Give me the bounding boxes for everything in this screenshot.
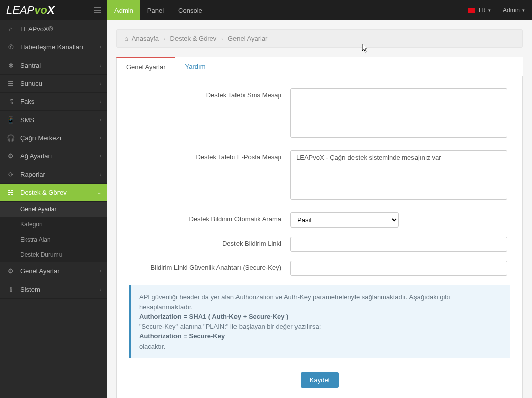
chevron-left-icon: ‹ xyxy=(100,172,101,177)
home-icon: ⌂ xyxy=(6,25,15,33)
sidebar-item-system[interactable]: ℹ Sistem ‹ xyxy=(0,280,107,299)
sidebar-item-leapvox[interactable]: ⌂ LEAPvoX® xyxy=(0,20,107,38)
sidebar-item-pbx[interactable]: ✱ Santral ‹ xyxy=(0,56,107,75)
sidebar-sub-status[interactable]: Destek Durumu xyxy=(0,247,107,262)
logo-area: LEAPvoX xyxy=(0,0,107,20)
topnav-console[interactable]: Console xyxy=(171,0,209,20)
breadcrumb: ⌂ Anasayfa › Destek & Görev › Genel Ayar… xyxy=(116,29,523,48)
sidebar-item-server[interactable]: ☰ Sunucu ‹ xyxy=(0,75,107,93)
topbar-right: TR ▾ Admin ▾ xyxy=(463,0,532,20)
fax-icon: 🖨 xyxy=(6,98,15,105)
chevron-down-icon: ▾ xyxy=(522,8,525,13)
chevron-left-icon: ‹ xyxy=(100,268,101,274)
actions: Kaydet xyxy=(129,367,510,393)
sidebar-item-settings[interactable]: ⚙ Genel Ayarlar ‹ xyxy=(0,262,107,280)
sidebar-item-label: Çağrı Merkezi xyxy=(20,134,61,142)
asterisk-icon: ✱ xyxy=(6,62,15,69)
sidebar-item-label: Faks xyxy=(20,98,34,105)
sidebar-sub-general[interactable]: Genel Ayarlar xyxy=(0,202,107,217)
network-icon: ⚙ xyxy=(6,152,15,160)
row-link: Destek Bildirim Linki xyxy=(129,237,510,252)
breadcrumb-home[interactable]: Anasayfa xyxy=(132,35,159,42)
user-menu[interactable]: Admin ▾ xyxy=(496,7,532,14)
user-name: Admin xyxy=(503,7,520,14)
input-email[interactable]: LEAPvoX - Çağrı destek sisteminde mesajı… xyxy=(290,150,507,200)
chevron-down-icon: ▾ xyxy=(488,8,491,13)
sidebar-item-label: Sistem xyxy=(20,286,40,293)
breadcrumb-section[interactable]: Destek & Görev xyxy=(170,35,217,42)
sidebar-submenu: Genel Ayarlar Kategori Ekstra Alan Deste… xyxy=(0,202,107,262)
tab-general[interactable]: Genel Ayarlar xyxy=(116,57,175,76)
sidebar-item-label: Haberleşme Kanalları xyxy=(20,43,83,51)
info-line-1: API güvenliği header da yer alan Authori… xyxy=(139,292,502,312)
settings-panel: Destek Talebi Sms Mesajı Destek Talebi E… xyxy=(116,76,523,398)
tasks-icon: ☵ xyxy=(6,189,15,196)
sidebar-item-label: SMS xyxy=(20,116,34,124)
phone-icon: ✆ xyxy=(6,43,15,51)
chevron-left-icon: ‹ xyxy=(100,81,101,86)
info-icon: ℹ xyxy=(6,286,15,293)
sidebar-sub-category[interactable]: Kategori xyxy=(0,217,107,232)
chevron-left-icon: ‹ xyxy=(100,287,101,292)
sidebar-item-label: Ağ Ayarları xyxy=(20,152,52,160)
sidebar-item-label: Santral xyxy=(20,62,41,69)
sidebar-item-channels[interactable]: ✆ Haberleşme Kanalları ‹ xyxy=(0,38,107,56)
info-box: API güvenliği header da yer alan Authori… xyxy=(129,285,510,358)
refresh-icon: ⟳ xyxy=(6,170,15,178)
row-secure: Bildirim Linki Güvenlik Anahtarı (Secure… xyxy=(129,261,510,276)
sidebar-item-label: Raporlar xyxy=(20,170,45,178)
save-button[interactable]: Kaydet xyxy=(301,372,339,388)
chevron-left-icon: ‹ xyxy=(100,153,101,159)
sidebar-item-label: LEAPvoX® xyxy=(20,25,53,33)
row-sms: Destek Talebi Sms Mesajı xyxy=(129,88,510,139)
chevron-down-icon: ⌄ xyxy=(97,190,101,195)
chevron-left-icon: ‹ xyxy=(100,63,101,68)
server-icon: ☰ xyxy=(6,80,15,87)
logo-leap: LEAP xyxy=(6,4,34,16)
info-line-2: Authorization = SHA1 ( Auth-Key + Secure… xyxy=(139,312,502,322)
input-link[interactable] xyxy=(290,237,507,252)
sidebar-item-label: Sunucu xyxy=(20,80,42,87)
tab-help[interactable]: Yardım xyxy=(175,57,215,76)
sidebar-item-fax[interactable]: 🖨 Faks ‹ xyxy=(0,93,107,111)
topnav-panel[interactable]: Panel xyxy=(140,0,171,20)
breadcrumb-sep: › xyxy=(164,36,165,42)
sidebar-item-callcenter[interactable]: 🎧 Çağrı Merkezi ‹ xyxy=(0,129,107,147)
logo-vo: vo xyxy=(34,4,47,16)
sidebar-item-sms[interactable]: 📱 SMS ‹ xyxy=(0,111,107,129)
chevron-left-icon: ‹ xyxy=(100,99,101,104)
headset-icon: 🎧 xyxy=(6,134,15,142)
flag-icon xyxy=(468,8,475,13)
language-switcher[interactable]: TR ▾ xyxy=(463,7,496,14)
topbar: LEAPvoX Admin Panel Console TR ▾ Admin ▾ xyxy=(0,0,532,20)
chevron-left-icon: ‹ xyxy=(100,117,101,123)
label-link: Destek Bildirim Linki xyxy=(129,237,290,247)
input-sms[interactable] xyxy=(290,88,507,138)
info-line-5: olacaktır. xyxy=(139,342,502,352)
logo[interactable]: LEAPvoX xyxy=(6,4,55,17)
label-secure: Bildirim Linki Güvenlik Anahtarı (Secure… xyxy=(129,261,290,271)
main-content: ⌂ Anasayfa › Destek & Görev › Genel Ayar… xyxy=(107,20,532,398)
sidebar-item-reports[interactable]: ⟳ Raporlar ‹ xyxy=(0,165,107,184)
sidebar-sub-extra[interactable]: Ekstra Alan xyxy=(0,232,107,247)
sidebar-item-label: Genel Ayarlar xyxy=(20,267,60,275)
sidebar-item-support[interactable]: ☵ Destek & Görev ⌄ xyxy=(0,184,107,202)
input-secure[interactable] xyxy=(290,261,507,276)
select-autocall[interactable]: Pasif xyxy=(290,212,399,228)
sidebar-item-label: Destek & Görev xyxy=(20,189,67,196)
chevron-left-icon: ‹ xyxy=(100,44,101,50)
label-email: Destek Talebi E-Posta Mesajı xyxy=(129,150,290,161)
sidebar: ⌂ LEAPvoX® ✆ Haberleşme Kanalları ‹ ✱ Sa… xyxy=(0,20,107,398)
language-code: TR xyxy=(478,7,486,14)
topnav: Admin Panel Console xyxy=(107,0,209,20)
row-email: Destek Talebi E-Posta Mesajı LEAPvoX - Ç… xyxy=(129,150,510,201)
tabs: Genel Ayarlar Yardım xyxy=(116,57,523,76)
sidebar-item-network[interactable]: ⚙ Ağ Ayarları ‹ xyxy=(0,147,107,165)
label-autocall: Destek Bildirim Otomatik Arama xyxy=(129,212,290,223)
hamburger-icon[interactable] xyxy=(94,7,107,13)
info-line-4: Authorization = Secure-Key xyxy=(139,331,502,342)
chevron-left-icon: ‹ xyxy=(100,135,101,141)
info-line-3: "Secure-Key" alanına "PLAIN:" ile başlay… xyxy=(139,322,502,332)
gear-icon: ⚙ xyxy=(6,267,15,275)
topnav-admin[interactable]: Admin xyxy=(107,0,140,20)
